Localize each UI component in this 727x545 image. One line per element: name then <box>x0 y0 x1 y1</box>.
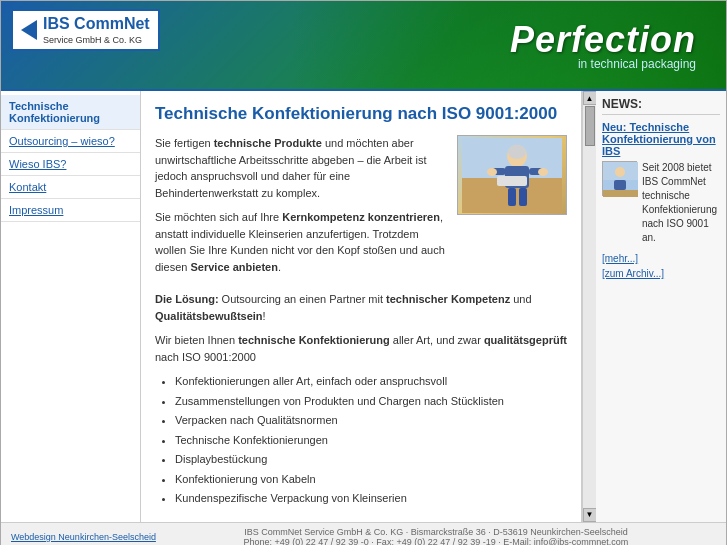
paragraph-3: Die Lösung: Outsourcing an einen Partner… <box>155 291 567 324</box>
svg-rect-11 <box>519 188 527 206</box>
svg-rect-10 <box>508 188 516 206</box>
news-thumbnail <box>602 161 637 196</box>
tagline-main: Perfection <box>510 19 696 61</box>
p4-konfekt: technische Konfektionierung <box>238 334 390 346</box>
news-archiv-link[interactable]: [zum Archiv...] <box>602 268 720 279</box>
logo-triangle-icon <box>21 20 37 40</box>
scrollbar-down-button[interactable]: ▼ <box>583 508 597 522</box>
content-scroll-outer: Technische Konfektionierung nach ISO 900… <box>141 91 596 522</box>
svg-point-3 <box>508 145 526 159</box>
footer-address: IBS CommNet Service GmbH & Co. KG · Bism… <box>156 527 716 537</box>
footer: Webdesign Neunkirchen-Seelscheid IBS Com… <box>1 522 726 545</box>
list-item: Konfektionierung von Kabeln <box>175 471 567 488</box>
content-title: Technische Konfektionierung nach ISO 900… <box>155 103 567 125</box>
sidebar-item-kontakt[interactable]: Kontakt <box>1 176 140 199</box>
page-wrapper: IBS CommNet Service GmbH & Co. KG Perfec… <box>0 0 727 545</box>
news-thumb-svg <box>603 162 638 197</box>
sidebar-item-impressum[interactable]: Impressum <box>1 199 140 222</box>
svg-point-14 <box>615 167 625 177</box>
logo-text: IBS CommNet Service GmbH & Co. KG <box>43 15 150 45</box>
logo-main-text: IBS CommNet <box>43 15 150 33</box>
list-item: Konfektionierungen aller Art, einfach od… <box>175 373 567 390</box>
news-item-body: Seit 2008 bietet IBS CommNet technische … <box>602 161 720 245</box>
content-area: Technische Konfektionierung nach ISO 900… <box>141 91 582 522</box>
p2-bold-service: Service anbieten <box>190 261 277 273</box>
footer-contact: Phone: +49 (0) 22 47 / 92 39 -0 · Fax: +… <box>156 537 716 545</box>
sidebar-item-konfektionierung[interactable]: Technische Konfektionierung <box>1 95 140 130</box>
p4-qualgepr: qualitätsgeprüft <box>484 334 567 346</box>
logo-area: IBS CommNet Service GmbH & Co. KG <box>11 9 160 51</box>
p1-bold-products: technische Produkte <box>214 137 322 149</box>
footer-webdesign-link[interactable]: Webdesign Neunkirchen-Seelscheid <box>11 532 156 542</box>
list-item: Zusammenstellungen von Produkten und Cha… <box>175 393 567 410</box>
paragraph-1: Sie fertigen technische Produkte und möc… <box>155 135 447 201</box>
bullet-list: Konfektionierungen aller Art, einfach od… <box>155 373 567 507</box>
svg-rect-9 <box>497 176 527 186</box>
news-item-text: Seit 2008 bietet IBS CommNet technische … <box>642 161 720 245</box>
p3-qualitaet: Qualitätsbewußtsein <box>155 310 263 322</box>
svg-point-7 <box>487 168 497 176</box>
p2-bold-kernkompetenz: Kernkompetenz konzentrieren <box>282 211 440 223</box>
header-tagline: Perfection in technical packaging <box>510 19 696 71</box>
svg-rect-16 <box>603 190 638 197</box>
content-body-2: Die Lösung: Outsourcing an einen Partner… <box>155 291 567 507</box>
list-item: Kundenspezifische Verpackung von Kleinse… <box>175 490 567 507</box>
sidebar-left: Technische Konfektionierung Outsourcing … <box>1 91 141 522</box>
news-mehr-link[interactable]: [mehr...] <box>602 253 720 264</box>
paragraph-4: Wir bieten Ihnen technische Konfektionie… <box>155 332 567 365</box>
sidebar-item-wieso-ibs[interactable]: Wieso IBS? <box>1 153 140 176</box>
main-layout: Technische Konfektionierung Outsourcing … <box>1 89 726 522</box>
content-text-col: Sie fertigen technische Produkte und möc… <box>155 135 447 283</box>
news-title: NEWS: <box>602 97 720 115</box>
scrollbar[interactable]: ▲ ▼ <box>582 91 596 522</box>
svg-point-8 <box>538 168 548 176</box>
list-item: Verpacken nach Qualitätsnormen <box>175 412 567 429</box>
logo-box: IBS CommNet Service GmbH & Co. KG <box>11 9 160 51</box>
list-item: Displaybestückung <box>175 451 567 468</box>
list-item: Technische Konfektionierungen <box>175 432 567 449</box>
p3-loesung: Die Lösung: <box>155 293 219 305</box>
logo-sub-text: Service GmbH & Co. KG <box>43 35 150 45</box>
news-item-title[interactable]: Neu: Technische Konfektionierung von IBS <box>602 121 720 157</box>
paragraph-2: Sie möchten sich auf Ihre Kernkompetenz … <box>155 209 447 275</box>
header: IBS CommNet Service GmbH & Co. KG Perfec… <box>1 1 726 89</box>
sidebar-right: NEWS: Neu: Technische Konfektionierung v… <box>596 91 726 522</box>
scrollbar-track[interactable] <box>584 105 596 508</box>
scrollbar-thumb[interactable] <box>585 106 595 146</box>
person-image-svg <box>462 138 562 213</box>
content-image <box>457 135 567 215</box>
scrollbar-up-button[interactable]: ▲ <box>583 91 597 105</box>
content-image-row: Sie fertigen technische Produkte und möc… <box>155 135 567 283</box>
p3-technisch: technischer Kompetenz <box>386 293 510 305</box>
footer-center: IBS CommNet Service GmbH & Co. KG · Bism… <box>156 527 716 545</box>
content-body: Sie fertigen technische Produkte und möc… <box>155 135 447 275</box>
svg-rect-15 <box>614 180 626 190</box>
sidebar-item-outsourcing[interactable]: Outsourcing – wieso? <box>1 130 140 153</box>
